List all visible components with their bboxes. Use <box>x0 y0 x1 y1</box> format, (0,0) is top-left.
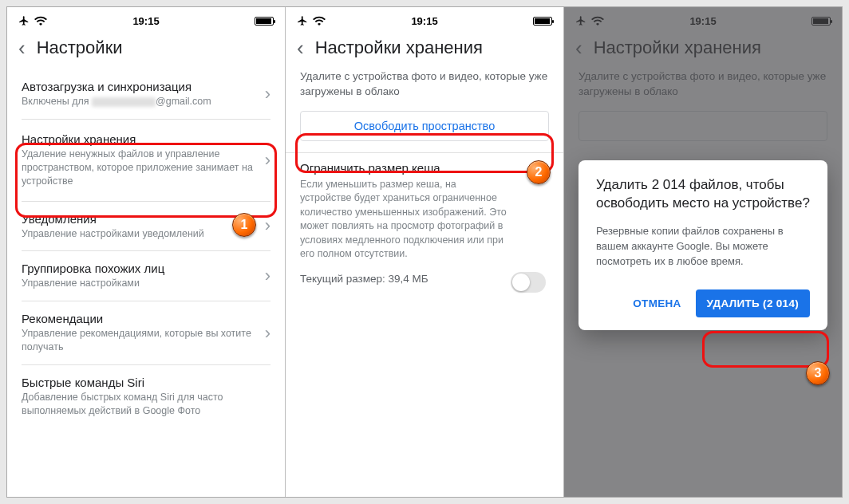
row-desc: Удаление ненужных файлов и управление пр… <box>22 148 257 188</box>
chevron-right-icon: › <box>265 84 270 104</box>
row-recommendations[interactable]: Рекомендации Управление рекомендациями, … <box>7 301 285 364</box>
screen-settings: 19:15 ‹ Настройки Автозагрузка и синхрон… <box>7 7 286 497</box>
row-title: Автозагрузка и синхронизация <box>22 80 257 93</box>
delete-button[interactable]: УДАЛИТЬ (2 014) <box>696 289 810 317</box>
status-bar: 19:15 <box>286 7 563 30</box>
row-title: Уведомления <box>22 212 257 226</box>
cache-title: Ограничить размер кеша <box>286 153 563 178</box>
row-title: Рекомендации <box>22 312 257 325</box>
cancel-button[interactable]: ОТМЕНА <box>625 291 689 316</box>
row-face-grouping[interactable]: Группировка похожих лиц Управление настр… <box>7 251 285 301</box>
battery-icon <box>533 17 552 26</box>
free-space-button[interactable]: Освободить пространство <box>300 111 549 141</box>
row-desc: Управление настройками <box>22 277 257 290</box>
chevron-right-icon: › <box>265 215 270 236</box>
battery-icon <box>255 17 274 26</box>
header: ‹ Настройки хранения <box>286 30 563 69</box>
status-time: 19:15 <box>7 15 285 27</box>
status-bar: 19:15 <box>7 7 285 30</box>
step-badge-3: 3 <box>806 361 830 385</box>
back-icon[interactable]: ‹ <box>297 37 304 58</box>
cache-description: Если уменьшить размер кеша, на устройств… <box>286 178 563 268</box>
dialog-body: Резервные копии файлов сохранены в вашем… <box>596 224 810 270</box>
row-title: Настройки хранения <box>22 132 257 146</box>
row-title: Группировка похожих лиц <box>22 262 257 275</box>
back-icon[interactable]: ‹ <box>18 37 26 58</box>
row-storage[interactable]: Настройки хранения Удаление ненужных фай… <box>7 120 285 201</box>
header: ‹ Настройки <box>7 30 285 69</box>
step-badge-1: 1 <box>232 213 256 237</box>
chevron-right-icon: › <box>265 150 270 171</box>
row-desc: Управление настройками уведомлений <box>22 227 257 241</box>
row-title: Быстрые команды Siri <box>22 376 270 389</box>
status-time: 19:15 <box>286 15 563 27</box>
intro-text: Удалите с устройства фото и видео, котор… <box>286 69 563 108</box>
chevron-right-icon: › <box>265 323 270 344</box>
step-badge-2: 2 <box>527 160 551 184</box>
screen-storage: 19:15 ‹ Настройки хранения Удалите с уст… <box>286 7 564 497</box>
row-desc: Управление рекомендациями, которые вы хо… <box>22 327 257 354</box>
cache-toggle[interactable] <box>511 272 546 293</box>
page-title: Настройки хранения <box>315 37 483 58</box>
chevron-right-icon: › <box>265 266 270 286</box>
row-desc: Добавление быстрых команд Siri для часто… <box>22 391 270 418</box>
row-desc: Включены для @gmail.com <box>22 95 257 108</box>
row-siri[interactable]: Быстрые команды Siri Добавление быстрых … <box>7 365 285 428</box>
dialog-title: Удалить 2 014 файлов, чтобы освободить м… <box>596 176 810 213</box>
row-autobackup[interactable]: Автозагрузка и синхронизация Включены дл… <box>7 69 285 119</box>
confirm-dialog: Удалить 2 014 файлов, чтобы освободить м… <box>579 160 827 330</box>
screen-dialog: 19:15 ‹ Настройки хранения Удалите с уст… <box>564 7 842 497</box>
page-title: Настройки <box>37 37 123 58</box>
